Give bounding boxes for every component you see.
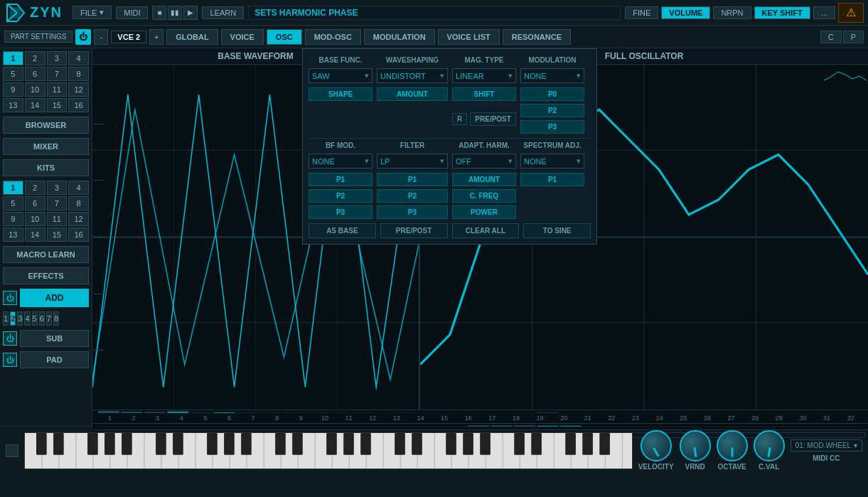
- part-settings-button[interactable]: PART SETTINGS: [4, 31, 73, 43]
- tab-voicelist[interactable]: VOICE LIST: [438, 29, 500, 45]
- num2-btn-2[interactable]: 2: [25, 181, 45, 195]
- to-sine-button[interactable]: TO SINE: [523, 223, 591, 238]
- num2-btn-1[interactable]: 1: [3, 181, 23, 195]
- num-btn-13[interactable]: 13: [3, 98, 23, 112]
- dotdot-button[interactable]: ...: [813, 6, 835, 19]
- tab-modulation[interactable]: MODULATION: [364, 29, 435, 45]
- nrpn-button[interactable]: NRPN: [713, 6, 751, 19]
- num-btn-1[interactable]: 1: [3, 51, 23, 65]
- volume-button[interactable]: VOLUME: [661, 6, 710, 19]
- num2-btn-3[interactable]: 3: [47, 181, 68, 195]
- power-button[interactable]: ⏻: [75, 29, 91, 45]
- num2-btn-4[interactable]: 4: [68, 181, 89, 195]
- num3-btn-4[interactable]: 4: [24, 311, 30, 326]
- p1-1-button[interactable]: P1: [309, 173, 373, 186]
- num-btn-16[interactable]: 16: [68, 98, 89, 112]
- piano-keyboard[interactable]: [24, 432, 633, 469]
- cval-knob[interactable]: [754, 430, 785, 461]
- num3-btn-1[interactable]: 1: [3, 311, 9, 326]
- pad-power-button[interactable]: ⏻: [3, 353, 17, 367]
- num-btn-11[interactable]: 11: [47, 82, 68, 97]
- midi-cc-dropdown[interactable]: 01: MOD.WHEEL ▾: [791, 439, 862, 451]
- num-btn-3[interactable]: 3: [47, 51, 68, 65]
- as-base-button[interactable]: AS BASE: [309, 223, 376, 238]
- p1-right-button[interactable]: P1: [520, 173, 584, 186]
- filter-select[interactable]: LP ▾: [377, 154, 448, 169]
- sub-button[interactable]: SUB: [20, 330, 89, 347]
- num2-btn-15[interactable]: 15: [47, 228, 68, 242]
- harmonics-bars-lower[interactable]: [92, 424, 868, 429]
- tab-resonance[interactable]: RESONANCE: [503, 29, 571, 45]
- power-button2[interactable]: POWER: [452, 205, 516, 219]
- num-btn-6[interactable]: 6: [25, 67, 45, 81]
- bf-mod-select[interactable]: NONE ▾: [309, 154, 373, 169]
- tab-voice[interactable]: VOICE: [221, 29, 264, 45]
- bottom-square[interactable]: [6, 444, 18, 457]
- mag-type-select[interactable]: LINEAR ▾: [452, 68, 516, 83]
- effects-button[interactable]: EFFECTS: [3, 267, 89, 284]
- p2-2-button[interactable]: P2: [377, 189, 448, 203]
- num-btn-10[interactable]: 10: [25, 82, 45, 97]
- play-button[interactable]: ▶: [183, 6, 198, 20]
- num-btn-4[interactable]: 4: [68, 51, 89, 65]
- shift-button[interactable]: SHIFT: [452, 87, 516, 101]
- harmonics-bars-upper[interactable]: [92, 410, 868, 413]
- macro-learn-button[interactable]: MACRO LEARN: [3, 246, 89, 263]
- add-button[interactable]: ADD: [20, 289, 89, 307]
- num3-btn-6[interactable]: 6: [39, 311, 45, 326]
- p3-right-button[interactable]: P3: [520, 120, 584, 134]
- amount2-button[interactable]: AMOUNT: [452, 173, 516, 186]
- tab-global[interactable]: GLOBAL: [166, 29, 218, 45]
- num2-btn-8[interactable]: 8: [68, 196, 89, 210]
- num2-btn-12[interactable]: 12: [68, 212, 89, 226]
- num3-btn-2[interactable]: 2: [10, 311, 16, 326]
- c-freq-button[interactable]: C. FREQ: [452, 189, 516, 203]
- num2-btn-9[interactable]: 9: [3, 212, 23, 226]
- adapt-harm-select[interactable]: OFF ▾: [452, 154, 516, 169]
- key-shift-button[interactable]: KEY SHIFT: [754, 6, 810, 19]
- stop-button[interactable]: ■: [152, 6, 166, 20]
- browser-button[interactable]: BROWSER: [3, 117, 89, 134]
- minus-button[interactable]: -: [94, 29, 108, 45]
- num-btn-8[interactable]: 8: [68, 67, 89, 81]
- spectrum-adj-select[interactable]: NONE ▾: [520, 154, 584, 169]
- p3-2-button[interactable]: P3: [377, 205, 448, 219]
- p1-2-button[interactable]: P1: [377, 173, 448, 186]
- num2-btn-10[interactable]: 10: [25, 212, 45, 226]
- p3-1-button[interactable]: P3: [309, 205, 373, 219]
- num-btn-12[interactable]: 12: [68, 82, 89, 97]
- fine-button[interactable]: FINE: [625, 6, 658, 19]
- num-btn-2[interactable]: 2: [25, 51, 45, 65]
- c-button[interactable]: C: [820, 31, 842, 43]
- amount-button[interactable]: AMOUNT: [377, 87, 448, 101]
- num3-btn-7[interactable]: 7: [46, 311, 52, 326]
- num-btn-14[interactable]: 14: [25, 98, 45, 112]
- p2-1-button[interactable]: P2: [309, 189, 373, 203]
- file-button[interactable]: FILE ▾: [73, 6, 112, 19]
- pad-button[interactable]: PAD: [20, 351, 89, 368]
- r-button[interactable]: R: [452, 113, 467, 125]
- modulation-select[interactable]: NONE ▾: [520, 68, 584, 83]
- learn-button[interactable]: LEARN: [202, 6, 244, 19]
- num2-btn-5[interactable]: 5: [3, 196, 23, 210]
- num2-btn-16[interactable]: 16: [68, 228, 89, 242]
- mixer-button[interactable]: MIXER: [3, 138, 89, 155]
- octave-knob[interactable]: [717, 430, 748, 461]
- vrnd-knob[interactable]: [680, 430, 711, 461]
- pre-post-button[interactable]: PRE/POST: [470, 112, 516, 126]
- sub-power-button[interactable]: ⏻: [3, 331, 17, 346]
- p-button[interactable]: P: [843, 31, 864, 43]
- pause-button[interactable]: ▮▮: [168, 6, 182, 20]
- tab-osc[interactable]: OSC: [267, 29, 302, 45]
- waveshaping-select[interactable]: UNDISTORT ▾: [377, 68, 448, 83]
- num3-btn-5[interactable]: 5: [32, 311, 38, 326]
- num3-btn-3[interactable]: 3: [17, 311, 23, 326]
- plus-button[interactable]: +: [149, 29, 164, 45]
- midi-button[interactable]: MIDI: [116, 6, 148, 19]
- tab-modosc[interactable]: MOD-OSC: [305, 29, 361, 45]
- num2-btn-6[interactable]: 6: [25, 196, 45, 210]
- num2-btn-14[interactable]: 14: [25, 228, 45, 242]
- p0-button[interactable]: P0: [520, 87, 584, 101]
- kits-button[interactable]: KITS: [3, 159, 89, 176]
- num3-btn-8[interactable]: 8: [53, 311, 59, 326]
